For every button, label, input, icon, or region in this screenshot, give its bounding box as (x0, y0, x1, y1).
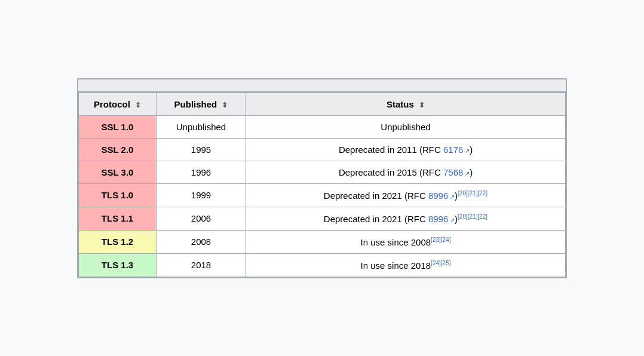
cell-protocol-tls10: TLS 1.0 (79, 183, 157, 207)
table-row: TLS 1.32018In use since 2018[24][25] (79, 253, 566, 277)
table-row: SSL 2.01995Deprecated in 2011 (RFC 6176 … (79, 138, 566, 161)
cell-status-tls12: In use since 2008[23][24] (246, 230, 566, 253)
cell-protocol-ssl20: SSL 2.0 (79, 138, 157, 161)
cell-status-ssl30: Deprecated in 2015 (RFC 7568 ↗) (246, 161, 566, 183)
rfc-link-tls11[interactable]: 8996 (428, 214, 448, 224)
ssl-tls-table-wrapper: Protocol ⇕ Published ⇕ Status ⇕ SSL 1.0U… (77, 78, 567, 278)
cell-published-tls10: 1999 (157, 183, 246, 207)
rfc-link-ssl20[interactable]: 6176 (443, 145, 463, 155)
cell-protocol-ssl30: SSL 3.0 (79, 161, 157, 183)
citation-sup[interactable]: [22] (477, 213, 487, 220)
table-caption (78, 79, 566, 93)
cell-status-tls10: Deprecated in 2021 (RFC 8996 ↗)[20][21][… (246, 183, 566, 207)
cell-status-tls11: Deprecated in 2021 (RFC 8996 ↗)[20][21][… (246, 207, 566, 230)
table-body: SSL 1.0UnpublishedUnpublishedSSL 2.01995… (79, 115, 566, 277)
table-row: SSL 1.0UnpublishedUnpublished (79, 115, 566, 138)
header-published[interactable]: Published ⇕ (157, 93, 246, 115)
external-link-icon-tls11: ↗ (448, 216, 455, 223)
header-row: Protocol ⇕ Published ⇕ Status ⇕ (79, 93, 566, 115)
citation-sup[interactable]: [25] (441, 260, 451, 266)
cell-published-tls12: 2008 (157, 230, 246, 253)
cell-published-tls13: 2018 (157, 253, 246, 277)
cell-status-ssl10: Unpublished (246, 115, 566, 138)
external-link-icon-ssl20: ↗ (463, 147, 470, 154)
table-row: TLS 1.01999Deprecated in 2021 (RFC 8996 … (79, 183, 566, 207)
cell-published-ssl30: 1996 (157, 161, 246, 183)
cell-status-tls13: In use since 2018[24][25] (246, 253, 566, 277)
header-protocol-label: Protocol (94, 99, 130, 109)
cell-status-ssl20: Deprecated in 2011 (RFC 6176 ↗) (246, 138, 566, 161)
table-row: TLS 1.12006Deprecated in 2021 (RFC 8996 … (79, 207, 566, 230)
citation-sup[interactable]: [21] (468, 190, 478, 197)
cell-protocol-tls11: TLS 1.1 (79, 207, 157, 230)
published-sort-icon[interactable]: ⇕ (222, 101, 228, 109)
cell-protocol-tls12: TLS 1.2 (79, 230, 157, 253)
citation-sup[interactable]: [24] (441, 237, 451, 243)
citation-sup[interactable]: [21] (468, 213, 478, 220)
rfc-link-tls10[interactable]: 8996 (428, 191, 448, 201)
status-sort-icon[interactable]: ⇕ (419, 101, 425, 109)
header-protocol[interactable]: Protocol ⇕ (79, 93, 157, 115)
cell-published-tls11: 2006 (157, 207, 246, 230)
header-status[interactable]: Status ⇕ (246, 93, 566, 115)
citation-sup[interactable]: [20] (458, 190, 468, 197)
header-status-label: Status (387, 99, 414, 109)
table-row: SSL 3.01996Deprecated in 2015 (RFC 7568 … (79, 161, 566, 183)
cell-protocol-ssl10: SSL 1.0 (79, 115, 157, 138)
table-header: Protocol ⇕ Published ⇕ Status ⇕ (79, 93, 566, 115)
citation-sup[interactable]: [22] (477, 190, 487, 197)
external-link-icon-ssl30: ↗ (463, 170, 470, 176)
citation-sup[interactable]: [23] (431, 237, 441, 243)
citation-sup[interactable]: [20] (458, 213, 468, 220)
cell-protocol-tls13: TLS 1.3 (79, 253, 157, 277)
citation-sup[interactable]: [24] (431, 260, 441, 266)
table-row: TLS 1.22008In use since 2008[23][24] (79, 230, 566, 253)
header-published-label: Published (174, 99, 217, 109)
ssl-tls-table: Protocol ⇕ Published ⇕ Status ⇕ SSL 1.0U… (78, 79, 566, 277)
rfc-link-ssl30[interactable]: 7568 (443, 167, 463, 177)
external-link-icon-tls10: ↗ (448, 193, 455, 200)
protocol-sort-icon[interactable]: ⇕ (135, 101, 141, 109)
cell-published-ssl20: 1995 (157, 138, 246, 161)
cell-published-ssl10: Unpublished (157, 115, 246, 138)
